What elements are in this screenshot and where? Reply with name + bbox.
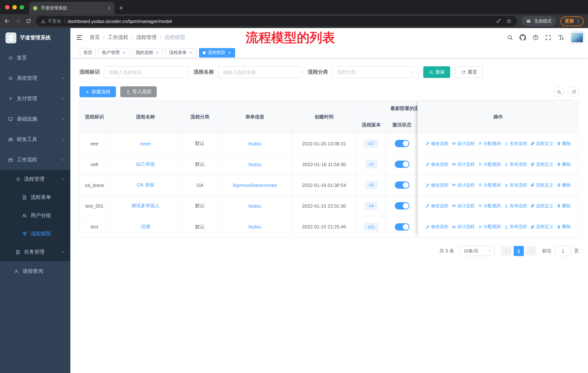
tag-process-model[interactable]: 流程模型 <box>199 48 235 57</box>
publish-process-link[interactable]: 发布流程 <box>504 161 527 167</box>
browser-tab[interactable]: 芋道管理系统 <box>29 2 115 14</box>
prev-page-button[interactable] <box>501 246 511 256</box>
page-size-select[interactable]: 10条/页 <box>460 246 495 256</box>
sidebar-item-home[interactable]: 首页 <box>0 48 70 68</box>
process-definition-link[interactable]: 流程定义 <box>530 203 553 209</box>
hamburger-icon[interactable] <box>76 34 83 41</box>
search-icon[interactable] <box>507 34 513 41</box>
active-toggle[interactable] <box>395 202 409 210</box>
tag-home[interactable]: 首页 <box>80 48 96 57</box>
key-icon[interactable] <box>496 18 502 24</box>
import-process-button[interactable]: 导入流程 <box>120 86 157 97</box>
close-window-button[interactable] <box>5 5 10 10</box>
bookmark-star-icon[interactable] <box>506 18 512 24</box>
sidebar-item-leave-query[interactable]: 请假查询 <box>0 261 70 282</box>
modify-process-link[interactable]: 修改流程 <box>425 182 448 188</box>
design-process-link[interactable]: 设计流程 <box>452 203 475 209</box>
active-toggle[interactable] <box>395 223 409 230</box>
assign-rule-link[interactable]: 分配规则 <box>478 141 501 147</box>
publish-process-link[interactable]: 发布流程 <box>504 182 527 188</box>
sidebar-item-system-management[interactable]: 系统管理 <box>0 68 70 89</box>
assign-rule-link[interactable]: 分配规则 <box>478 203 501 209</box>
delete-process-link[interactable]: 删除 <box>557 141 571 147</box>
sidebar-item-task-management[interactable]: 任务管理 <box>0 243 70 261</box>
page-1-button[interactable]: 1 <box>514 246 524 256</box>
assign-rule-link[interactable]: 分配规则 <box>478 224 501 230</box>
avatar[interactable] <box>570 32 584 43</box>
process-name-input[interactable] <box>218 66 303 78</box>
refresh-table-button[interactable] <box>569 87 579 97</box>
create-process-button[interactable]: 新建流程 <box>79 86 116 97</box>
security-chip[interactable]: 不安全 <box>41 18 62 24</box>
delete-process-link[interactable]: 删除 <box>557 224 571 230</box>
github-icon[interactable] <box>519 34 526 41</box>
breadcrumb-item[interactable]: 流程管理 <box>128 34 157 41</box>
sidebar-item-user-group[interactable]: 用户分组 <box>0 207 70 225</box>
search-button[interactable]: 搜索 <box>423 66 450 78</box>
process-name-link[interactable]: 测试多审批人 <box>131 202 160 209</box>
active-toggle[interactable] <box>395 161 409 168</box>
assign-rule-link[interactable]: 分配规则 <box>478 182 501 188</box>
close-icon[interactable] <box>155 51 159 55</box>
form-info-link[interactable]: biubiu <box>248 203 261 209</box>
publish-process-link[interactable]: 发布流程 <box>504 141 527 147</box>
delete-process-link[interactable]: 删除 <box>557 203 571 209</box>
design-process-link[interactable]: 设计流程 <box>452 161 475 167</box>
assign-rule-link[interactable]: 分配规则 <box>478 161 501 167</box>
sidebar-item-infrastructure[interactable]: 基础设施 <box>0 109 70 129</box>
sidebar-item-process-model[interactable]: 流程模型 <box>0 225 70 243</box>
tag-my-process[interactable]: 我的流程 <box>132 48 163 57</box>
sidebar-item-workflow[interactable]: 工作流程 <box>0 150 70 170</box>
process-category-select[interactable]: 流程分类 <box>332 66 418 78</box>
modify-process-link[interactable]: 修改流程 <box>425 224 448 230</box>
delete-process-link[interactable]: 删除 <box>557 161 571 167</box>
reset-button[interactable]: 重置 <box>455 66 483 78</box>
browser-update-button[interactable]: 更新 <box>560 16 584 26</box>
form-info-link[interactable]: biubiu <box>248 141 261 146</box>
fullscreen-icon[interactable] <box>545 34 552 41</box>
next-page-button[interactable] <box>526 246 536 256</box>
process-name-link[interactable]: OA 请假 <box>137 182 154 188</box>
delete-process-link[interactable]: 删除 <box>557 182 571 188</box>
process-definition-link[interactable]: 流程定义 <box>530 182 553 188</box>
close-icon[interactable] <box>189 51 193 55</box>
process-name-link[interactable]: eeee <box>140 141 151 146</box>
active-toggle[interactable] <box>395 181 409 189</box>
modify-process-link[interactable]: 修改流程 <box>425 203 448 209</box>
process-definition-link[interactable]: 流程定义 <box>530 161 553 167</box>
design-process-link[interactable]: 设计流程 <box>452 224 475 230</box>
maximize-window-button[interactable] <box>20 5 24 10</box>
font-size-icon[interactable] <box>558 34 564 41</box>
process-definition-link[interactable]: 流程定义 <box>530 141 553 147</box>
sidebar-item-dev-tools[interactable]: 研发工具 <box>0 129 70 150</box>
address-field[interactable]: 不安全 dashboard.yudao.iocoder.cn/bpm/manag… <box>36 16 517 26</box>
help-icon[interactable] <box>532 34 539 41</box>
back-icon[interactable] <box>4 18 10 24</box>
design-process-link[interactable]: 设计流程 <box>452 182 475 188</box>
close-icon[interactable] <box>228 51 231 55</box>
modify-process-link[interactable]: 修改流程 <box>425 141 448 147</box>
goto-page-input[interactable] <box>555 246 571 256</box>
process-key-input[interactable] <box>104 66 189 78</box>
sidebar-item-payment-management[interactable]: 支付管理 <box>0 89 70 109</box>
process-definition-link[interactable]: 流程定义 <box>530 224 553 230</box>
publish-process-link[interactable]: 发布流程 <box>504 224 527 230</box>
breadcrumb-item[interactable]: 工作流程 <box>100 34 128 41</box>
forward-icon[interactable] <box>15 18 21 24</box>
tag-tenant-management[interactable]: 租户管理 <box>98 48 129 57</box>
modify-process-link[interactable]: 修改流程 <box>425 161 448 167</box>
process-name-link[interactable]: 自己审批 <box>136 161 155 168</box>
new-tab-icon[interactable] <box>118 5 124 11</box>
browser-menu-icon[interactable] <box>576 19 581 24</box>
form-info-link[interactable]: biubiu <box>248 224 261 230</box>
sidebar-item-process-form[interactable]: 流程表单 <box>0 188 70 207</box>
publish-process-link[interactable]: 发布流程 <box>504 203 527 209</box>
minimize-window-button[interactable] <box>12 5 17 10</box>
toggle-search-button[interactable] <box>554 87 564 97</box>
active-toggle[interactable] <box>395 140 409 147</box>
close-icon[interactable] <box>122 51 126 55</box>
sidebar-item-process-management[interactable]: 流程管理 <box>0 170 70 188</box>
tab-close-icon[interactable] <box>107 6 111 10</box>
process-name-link[interactable]: 滔博 <box>141 223 150 230</box>
form-info-link[interactable]: /bpm/oa/leave/create <box>233 182 277 188</box>
